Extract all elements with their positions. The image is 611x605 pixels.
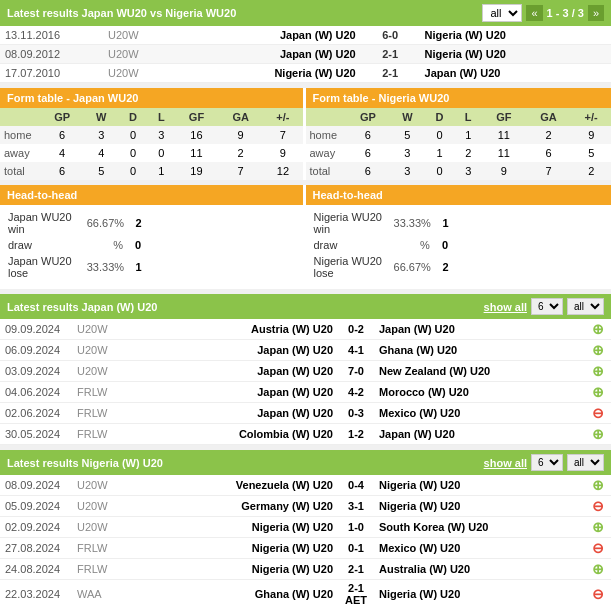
result-win-icon: ⊕ xyxy=(590,477,606,493)
next-button[interactable]: » xyxy=(588,5,604,21)
prev-button[interactable]: « xyxy=(526,5,542,21)
form-japan-th-gp: GP xyxy=(40,108,84,126)
lr-comp: U20W xyxy=(77,479,122,491)
lr-score: 0-3 xyxy=(337,407,375,419)
form-row: home 6 5 0 1 11 2 9 xyxy=(306,126,612,144)
lr-date: 09.09.2024 xyxy=(5,323,77,335)
latest-japan-filter-select[interactable]: all xyxy=(567,298,604,315)
h2h-row-count: 0 xyxy=(440,239,450,251)
lr-away: Japan (W) U20 xyxy=(375,323,590,335)
lr-comp: U20W xyxy=(77,500,122,512)
list-item: 04.06.2024 FRLW Japan (W) U20 4-2 Morocc… xyxy=(0,382,611,403)
form-row-gf: 11 xyxy=(482,144,526,162)
lr-date: 08.09.2024 xyxy=(5,479,77,491)
result-loss-icon: ⊖ xyxy=(590,405,606,421)
lr-away: New Zealand (W) U20 xyxy=(375,365,590,377)
form-japan: Form table - Japan WU20 GP W D L GF GA +… xyxy=(0,88,306,180)
list-item: 30.05.2024 FRLW Colombia (W) U20 1-2 Jap… xyxy=(0,424,611,445)
lr-score: 7-0 xyxy=(337,365,375,377)
latest-japan-show-all[interactable]: show all xyxy=(484,301,527,313)
lr-score: 1-2 xyxy=(337,428,375,440)
form-row-d: 0 xyxy=(118,144,148,162)
result-win-icon: ⊕ xyxy=(590,342,606,358)
lr-comp: FRLW xyxy=(77,542,122,554)
h2h-row-pct: 33.33% xyxy=(394,217,431,229)
h2h-row: Japan WU20 win 66.67% 2 xyxy=(8,211,143,235)
lr-home: Germany (W) U20 xyxy=(122,500,337,512)
lr-date: 02.09.2024 xyxy=(5,521,77,533)
latest-nigeria-count-select[interactable]: 6 xyxy=(531,454,563,471)
form-row-ga: 2 xyxy=(218,144,263,162)
form-tables-container: Form table - Japan WU20 GP W D L GF GA +… xyxy=(0,88,611,180)
form-japan-th-d: D xyxy=(118,108,148,126)
form-row-diff: 5 xyxy=(571,144,611,162)
latest-japan-header: Latest results Japan (W) U20 show all 6 … xyxy=(0,294,611,319)
list-item: 02.06.2024 FRLW Japan (W) U20 0-3 Mexico… xyxy=(0,403,611,424)
form-row-gf: 19 xyxy=(175,162,218,180)
latest-japan-controls: show all 6 all xyxy=(484,298,604,315)
result-home: Japan (W) U20 xyxy=(169,26,360,45)
form-row-diff: 2 xyxy=(571,162,611,180)
form-row-gp: 4 xyxy=(40,144,84,162)
lr-home: Japan (W) U20 xyxy=(122,407,337,419)
form-row-gp: 6 xyxy=(40,162,84,180)
lr-score: 0-1 xyxy=(337,542,375,554)
top-results-filter[interactable]: all xyxy=(482,4,522,22)
h2h-row-pct: % xyxy=(95,239,122,251)
lr-score: 2-1 xyxy=(337,563,375,575)
form-nigeria-th-gf: GF xyxy=(482,108,526,126)
h2h-nigeria-content: Nigeria WU20 win 33.33% 1 draw % 0 Niger… xyxy=(306,205,459,289)
h2h-row: Nigeria WU20 lose 66.67% 2 xyxy=(314,255,451,279)
form-row-ga: 6 xyxy=(526,144,572,162)
form-row: away 4 4 0 0 11 2 9 xyxy=(0,144,303,162)
form-row-diff: 9 xyxy=(571,126,611,144)
result-score: 2-1 xyxy=(361,64,420,83)
h2h-nigeria-section: Head-to-head Nigeria WU20 win 33.33% 1 d… xyxy=(306,185,612,289)
form-row-l: 3 xyxy=(148,126,175,144)
form-row-label: away xyxy=(306,144,346,162)
form-nigeria-title: Form table - Nigeria WU20 xyxy=(313,92,450,104)
form-row-ga: 2 xyxy=(526,126,572,144)
form-row-w: 5 xyxy=(84,162,118,180)
form-row-label: total xyxy=(306,162,346,180)
form-row-l: 1 xyxy=(148,162,175,180)
list-item: 02.09.2024 U20W Nigeria (W) U20 1-0 Sout… xyxy=(0,517,611,538)
list-item: 05.09.2024 U20W Germany (W) U20 3-1 Nige… xyxy=(0,496,611,517)
latest-japan-section: Latest results Japan (W) U20 show all 6 … xyxy=(0,294,611,445)
top-results-section: Latest results Japan WU20 vs Nigeria WU2… xyxy=(0,0,611,83)
form-nigeria-table: GP W D L GF GA +/- home 6 5 0 1 11 2 9 a… xyxy=(306,108,612,180)
result-win-icon: ⊕ xyxy=(590,561,606,577)
h2h-row-count: 2 xyxy=(134,217,143,229)
lr-score: 4-2 xyxy=(337,386,375,398)
lr-home: Japan (W) U20 xyxy=(122,344,337,356)
h2h-row-pct: 33.33% xyxy=(87,261,124,273)
form-nigeria: Form table - Nigeria WU20 GP W D L GF GA… xyxy=(306,88,612,180)
lr-away: Nigeria (W) U20 xyxy=(375,479,590,491)
latest-nigeria-filter-select[interactable]: all xyxy=(567,454,604,471)
lr-home: Nigeria (W) U20 xyxy=(122,521,337,533)
latest-nigeria-header: Latest results Nigeria (W) U20 show all … xyxy=(0,450,611,475)
form-row-gp: 6 xyxy=(346,126,391,144)
lr-comp: U20W xyxy=(77,521,122,533)
form-nigeria-header: Form table - Nigeria WU20 xyxy=(306,88,612,108)
list-item: 09.09.2024 U20W Austria (W) U20 0-2 Japa… xyxy=(0,319,611,340)
form-row-w: 4 xyxy=(84,144,118,162)
latest-japan-count-select[interactable]: 6 xyxy=(531,298,563,315)
form-row-d: 1 xyxy=(425,144,455,162)
h2h-row-label: Japan WU20 lose xyxy=(8,255,82,279)
form-japan-header: Form table - Japan WU20 xyxy=(0,88,303,108)
form-row-diff: 7 xyxy=(263,126,302,144)
form-row-w: 5 xyxy=(390,126,424,144)
lr-away: Ghana (W) U20 xyxy=(375,344,590,356)
form-row-d: 0 xyxy=(118,126,148,144)
lr-score: 0-4 xyxy=(337,479,375,491)
form-japan-table: GP W D L GF GA +/- home 6 3 0 3 16 9 7 a… xyxy=(0,108,303,180)
form-japan-th-l: L xyxy=(148,108,175,126)
result-comp: U20W xyxy=(103,45,169,64)
form-row-l: 3 xyxy=(454,162,482,180)
top-results-nav: all « 1 - 3 / 3 » xyxy=(482,4,604,22)
lr-date: 03.09.2024 xyxy=(5,365,77,377)
form-japan-th-w: W xyxy=(84,108,118,126)
result-home: Nigeria (W) U20 xyxy=(169,64,360,83)
latest-nigeria-show-all[interactable]: show all xyxy=(484,457,527,469)
